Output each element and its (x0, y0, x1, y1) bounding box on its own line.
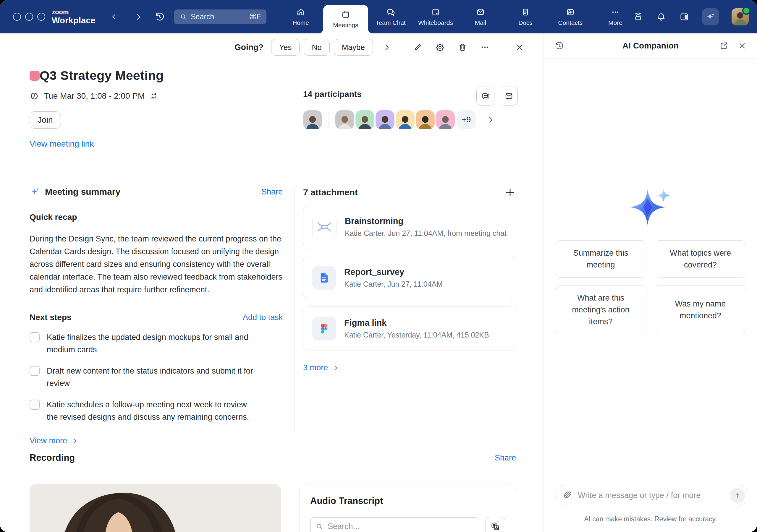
notifications-button[interactable] (656, 12, 667, 22)
tab-more[interactable]: More (593, 0, 638, 33)
chevron-right-icon (71, 437, 78, 445)
chip-topics-covered[interactable]: What topics were covered? (655, 240, 746, 278)
forward-button[interactable] (133, 12, 143, 22)
add-to-task-link[interactable]: Add to task (243, 313, 283, 322)
ellipsis-icon (480, 42, 490, 52)
share-recording-link[interactable]: Share (495, 453, 516, 462)
chip-action-items[interactable]: What are this meeting's action items? (555, 285, 647, 334)
delete-meeting-button[interactable] (454, 39, 471, 56)
ai-suggestion-chips: Summarize this meeting What topics were … (555, 240, 746, 334)
join-meeting-button[interactable]: Join (30, 111, 61, 129)
host-avatar[interactable] (303, 110, 322, 129)
going-label: Going? (234, 43, 263, 52)
ai-history-button[interactable] (554, 41, 564, 51)
ai-close-button[interactable] (738, 41, 747, 50)
attachment-card[interactable]: Figma link Katie Carter, Yesterday, 11:0… (303, 307, 516, 351)
window-controls[interactable] (13, 13, 45, 21)
participants-expand-button[interactable] (486, 115, 495, 124)
meeting-settings-button[interactable] (432, 39, 448, 56)
connect-to-device-button[interactable] (633, 12, 644, 22)
transcript-search-field[interactable] (310, 517, 479, 532)
history-button[interactable] (154, 11, 165, 22)
participants-overflow-chip[interactable]: +9 (457, 110, 475, 129)
recurring-icon (149, 92, 158, 101)
history-icon (154, 11, 165, 22)
chevron-left-icon (110, 13, 119, 21)
view-meeting-link[interactable]: View meeting link (30, 139, 94, 149)
participant-avatar[interactable] (335, 110, 354, 129)
ai-popout-button[interactable] (719, 41, 729, 50)
search-shortcut: ⌘F (249, 13, 261, 21)
plus-icon (504, 187, 516, 198)
ai-sparkle-icon (30, 187, 40, 197)
share-summary-link[interactable]: Share (261, 187, 283, 196)
email-participants-button[interactable] (500, 87, 518, 105)
translate-button[interactable] (486, 517, 505, 532)
toolbar-divider (502, 41, 502, 54)
rsvp-more-button[interactable] (382, 43, 391, 52)
chat-with-participants-button[interactable] (476, 87, 495, 105)
search-placeholder: Search (191, 13, 214, 21)
rsvp-maybe-button[interactable]: Maybe (334, 39, 373, 56)
close-detail-button[interactable] (511, 39, 528, 56)
tab-home[interactable]: Home (278, 0, 323, 33)
window-close-button[interactable] (13, 13, 21, 21)
tab-meetings[interactable]: Meetings (323, 5, 368, 33)
side-panel-toggle-button[interactable] (679, 12, 690, 22)
participant-avatar[interactable] (416, 110, 435, 129)
attachment-card[interactable]: Brainstorming Katie Carter, Jun 27, 11:0… (303, 205, 516, 249)
participant-avatar[interactable] (396, 110, 414, 129)
attachment-card[interactable]: Report_survey Katie Carter, Jun 27, 11:0… (303, 256, 516, 300)
ai-message-input[interactable] (577, 490, 730, 500)
rsvp-yes-button[interactable]: Yes (271, 39, 300, 56)
edit-meeting-button[interactable] (409, 39, 426, 56)
tab-contacts[interactable]: Contacts (548, 0, 593, 33)
person-silhouette-icon (436, 112, 455, 129)
tab-docs-label: Docs (518, 19, 532, 26)
task-checkbox[interactable] (30, 366, 40, 376)
chip-summarize-meeting[interactable]: Summarize this meeting (555, 240, 647, 278)
more-options-button[interactable] (477, 39, 493, 56)
arrow-up-icon (733, 491, 742, 500)
attachment-name: Brainstorming (345, 216, 506, 226)
task-checkbox[interactable] (30, 399, 40, 410)
person-silhouette-icon (376, 112, 394, 129)
ai-message-composer[interactable] (555, 485, 748, 506)
more-attachments-link[interactable]: 3 more (303, 363, 516, 372)
top-navbar: zoom Workplace Search ⌘F Home (0, 0, 757, 33)
window-minimize-button[interactable] (25, 13, 33, 21)
ai-sparkle-logo (627, 187, 674, 228)
transcript-search-input[interactable] (327, 522, 474, 531)
section-divider (30, 440, 516, 440)
gear-icon (435, 42, 445, 52)
chip-name-mentioned[interactable]: Was my name mentioned? (655, 285, 746, 334)
rsvp-no-button[interactable]: No (304, 39, 329, 56)
tab-whiteboards[interactable]: Whiteboards (413, 0, 458, 33)
participant-avatar[interactable] (355, 110, 374, 129)
window-zoom-button[interactable] (37, 13, 45, 21)
participants-avatars[interactable]: +9 (303, 110, 495, 129)
close-icon (515, 42, 525, 52)
attachment-meta: Katie Carter, Jun 27, 11:04AM, from meet… (345, 229, 506, 238)
participant-avatar[interactable] (436, 110, 455, 129)
trash-icon (457, 42, 468, 52)
tab-docs[interactable]: Docs (503, 0, 548, 33)
home-icon (296, 7, 305, 17)
tab-team-chat[interactable]: Team Chat (368, 0, 413, 33)
participant-avatar[interactable] (376, 110, 394, 129)
tab-mail[interactable]: Mail (458, 0, 503, 33)
user-avatar[interactable] (732, 8, 749, 25)
task-text: Draft new content for the status indicat… (47, 365, 254, 390)
task-checkbox[interactable] (30, 332, 40, 342)
global-search-input[interactable]: Search ⌘F (174, 10, 266, 24)
view-more-link[interactable]: View more (30, 436, 283, 445)
ai-companion-button[interactable] (702, 8, 719, 25)
send-message-button[interactable] (730, 488, 745, 503)
chat-bubble-icon (480, 91, 491, 101)
recording-video-thumbnail[interactable] (30, 484, 281, 532)
tab-mail-label: Mail (475, 19, 486, 26)
translate-icon (490, 521, 500, 531)
back-button[interactable] (109, 12, 119, 22)
add-attachment-button[interactable] (504, 187, 516, 198)
chevron-right-icon (382, 43, 391, 52)
